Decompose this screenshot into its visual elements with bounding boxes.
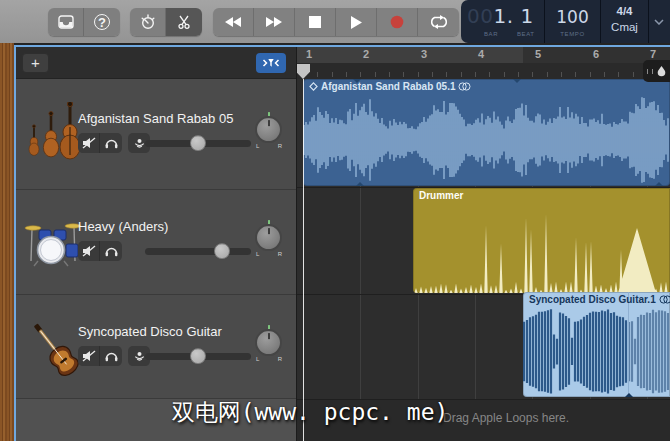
follow-tempo-diamond-icon — [309, 82, 318, 91]
play-button[interactable] — [336, 8, 377, 36]
beat-ruler[interactable]: 1 2 3 4 5 6 7 — [297, 47, 670, 79]
mute-button[interactable] — [78, 241, 100, 261]
pan-knob[interactable]: L R — [254, 221, 284, 257]
volume-slider-thumb[interactable] — [190, 135, 206, 151]
pan-knob[interactable]: L R — [254, 113, 284, 149]
electric-guitar-icon — [21, 314, 85, 380]
region-name: Drummer — [419, 190, 463, 201]
drop-hint-text: Drag Apple Loops here. — [443, 411, 569, 425]
rewind-button[interactable] — [213, 8, 254, 36]
tempo-value: 100 — [545, 7, 600, 27]
rewind-icon — [224, 16, 242, 28]
pan-knob-pointer — [268, 228, 270, 234]
library-icon — [58, 15, 74, 29]
solo-button[interactable] — [100, 133, 122, 153]
region-name: Syncopated Disco Guitar.1 — [529, 294, 656, 305]
key-signature: Cmaj — [601, 21, 648, 33]
pan-left-label: L — [256, 251, 259, 257]
region-drummer[interactable]: Drummer — [413, 188, 670, 293]
mute-solo-group — [78, 346, 122, 366]
mute-icon — [82, 245, 96, 257]
input-monitoring-icon — [133, 350, 146, 362]
bar-beat-value: 1. 1 — [493, 4, 533, 28]
pan-left-label: L — [256, 143, 259, 149]
add-track-button[interactable]: + — [22, 53, 49, 73]
record-button[interactable] — [377, 8, 418, 36]
ruler-tick-row — [297, 63, 670, 79]
lcd-key-section[interactable]: 4/4 Cmaj — [601, 0, 649, 43]
bar-number: 3 — [421, 48, 427, 60]
lcd-position-section[interactable]: 001. 1 BAR BEAT — [461, 0, 545, 43]
bar-number: 2 — [363, 48, 369, 60]
pan-knob-dial[interactable] — [255, 224, 282, 251]
pan-knob-dial[interactable] — [255, 116, 282, 143]
solo-button[interactable] — [100, 346, 122, 366]
tempo-label: TEMPO — [545, 31, 600, 37]
zoom-tick — [652, 69, 653, 74]
scissors-icon — [177, 15, 191, 29]
solo-button[interactable] — [100, 241, 122, 261]
library-button[interactable] — [48, 8, 84, 36]
ruler-highlight-band — [297, 47, 523, 63]
tracks-area[interactable]: 1 2 3 4 5 6 7 Afganistan Sand Rabab 05.1… — [297, 47, 670, 441]
smart-controls-button[interactable] — [130, 8, 166, 36]
bar-number: 6 — [593, 48, 599, 60]
editors-button[interactable] — [166, 8, 202, 36]
bar-ghost-digits: 00 — [467, 4, 493, 28]
region-afganistan-sand-rabab[interactable]: Afganistan Sand Rabab 05.1 — [303, 79, 670, 186]
track-row-afganistan-sand-rabab[interactable]: Afganistan Sand Rabab 05 — [16, 79, 296, 190]
playhead-position: 001. 1 — [467, 4, 534, 28]
lcd-options-button[interactable] — [649, 0, 669, 43]
zoom-slider[interactable] — [643, 60, 670, 82]
time-signature: 4/4 — [601, 5, 648, 17]
pan-left-label: L — [256, 356, 259, 362]
filter-arrows-icon — [262, 57, 280, 69]
lcd-tempo-section[interactable]: 100 TEMPO — [545, 0, 601, 43]
follow-tempo-pitch-icon — [458, 82, 471, 91]
loop-junction-marker — [353, 79, 361, 83]
region-name: Afganistan Sand Rabab 05.1 — [321, 81, 455, 92]
region-syncopated-disco-guitar[interactable]: Syncopated Disco Guitar.1 — [523, 292, 670, 397]
cycle-button[interactable] — [418, 8, 459, 36]
wood-trim — [0, 43, 14, 441]
track-header-filter-button[interactable] — [256, 53, 286, 73]
mute-icon — [82, 137, 96, 149]
track-row-heavy-anders[interactable]: Heavy (Anders) L R — [16, 190, 296, 295]
headphones-icon — [105, 245, 118, 257]
loop-junction-marker — [513, 79, 521, 83]
pan-knob-pointer — [268, 120, 270, 126]
volume-slider-thumb[interactable] — [214, 243, 230, 259]
bar-number: 7 — [650, 48, 656, 60]
pan-knob-dial[interactable] — [255, 329, 282, 356]
zoom-droplet-handle[interactable] — [657, 66, 666, 77]
volume-slider[interactable] — [145, 248, 251, 255]
pan-right-label: R — [278, 356, 282, 362]
pan-knob[interactable]: L R — [254, 326, 284, 362]
pan-right-label: R — [278, 143, 282, 149]
chevron-down-icon — [654, 19, 664, 25]
headphones-icon — [105, 350, 118, 362]
lcd-display: 001. 1 BAR BEAT 100 TEMPO 4/4 Cmaj — [461, 0, 670, 43]
stop-button[interactable] — [295, 8, 336, 36]
quick-help-button[interactable]: ? — [84, 8, 120, 36]
drum-kit-icon — [21, 209, 85, 275]
loop-junction-marker — [356, 182, 364, 186]
view-button-group: ? — [48, 8, 120, 36]
track-row-syncopated-disco-guitar[interactable]: Syncopated Disco Guitar — [16, 295, 296, 399]
volume-slider-thumb[interactable] — [190, 348, 206, 364]
strings-instrument-icon — [21, 101, 85, 167]
forward-icon — [265, 16, 283, 28]
drum-waveform — [413, 202, 670, 293]
mute-button[interactable] — [78, 133, 100, 153]
garageband-window: { "toolbar": { "icons": { "help": "?" },… — [0, 0, 670, 441]
forward-button[interactable] — [254, 8, 295, 36]
mute-button[interactable] — [78, 346, 100, 366]
playhead-line — [303, 79, 304, 441]
edit-button-group — [130, 8, 202, 36]
bar-number: 5 — [535, 48, 541, 60]
headphones-icon — [105, 137, 118, 149]
volume-slider[interactable] — [145, 140, 251, 147]
beat-label: BEAT — [517, 31, 535, 37]
volume-slider[interactable] — [145, 353, 251, 360]
mute-solo-group — [78, 241, 122, 261]
